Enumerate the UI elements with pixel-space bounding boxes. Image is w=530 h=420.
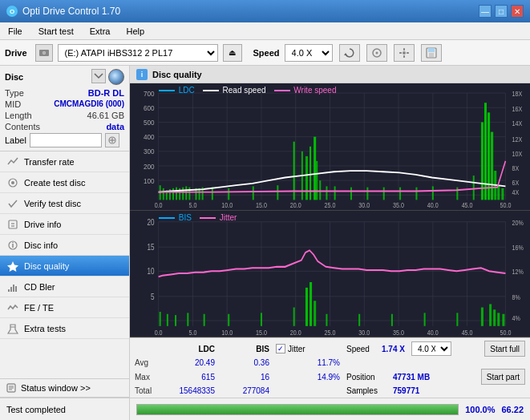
svg-rect-175 — [493, 309, 496, 326]
cd-bler-label: CD Bler — [24, 282, 55, 292]
svg-rect-26 — [8, 289, 10, 292]
disc-panel-title: Disc — [5, 72, 23, 82]
sidebar-item-cd-bler[interactable]: CD Bler — [0, 277, 129, 297]
minimize-button[interactable]: — — [479, 5, 492, 18]
svg-rect-84 — [172, 188, 174, 200]
app-title: Opti Drive Control 1.70 — [22, 6, 120, 17]
svg-text:10X: 10X — [512, 150, 523, 158]
progress-bar-fill — [137, 405, 458, 414]
disc-open-button[interactable] — [91, 69, 106, 83]
menu-file[interactable]: File — [3, 25, 27, 38]
progress-bar-container — [136, 404, 459, 415]
sidebar-item-drive-info[interactable]: Drive info — [0, 214, 129, 235]
svg-text:16X: 16X — [512, 106, 523, 114]
svg-rect-177 — [502, 313, 504, 325]
speed-dropdown-stat[interactable]: 4.0 X — [411, 341, 451, 356]
disc-contents-value: data — [106, 122, 124, 131]
svg-rect-162 — [228, 313, 229, 325]
disc-quality-header: i Disc quality — [130, 66, 530, 83]
sidebar-item-verify-test-disc[interactable]: Verify test disc — [0, 193, 129, 214]
disc-button[interactable] — [366, 44, 387, 62]
menu-bar: File Start test Extra Help — [0, 22, 530, 40]
svg-text:20.0: 20.0 — [290, 201, 301, 209]
svg-text:35.0: 35.0 — [393, 327, 404, 336]
sidebar-item-extra-tests[interactable]: Extra tests — [0, 318, 129, 339]
menu-start-test[interactable]: Start test — [34, 25, 79, 38]
svg-rect-100 — [310, 147, 311, 200]
read-speed-legend: Read speed — [203, 86, 266, 95]
close-button[interactable]: ✕ — [511, 5, 524, 18]
sidebar-item-transfer-rate[interactable]: Transfer rate — [0, 151, 129, 172]
svg-rect-173 — [481, 307, 483, 325]
max-ldc: 615 — [167, 373, 215, 382]
chart1-svg: 700 600 500 400 300 200 100 0.0 5.0 10.0… — [130, 83, 530, 210]
settings-button[interactable] — [394, 44, 415, 62]
svg-rect-101 — [314, 137, 316, 200]
disc-label-button[interactable] — [105, 133, 119, 147]
svg-text:10: 10 — [147, 266, 154, 276]
stats-max-row: Max 615 16 14.9% Position 47731 MB Start… — [135, 369, 525, 385]
jitter-checkbox[interactable]: ✓ — [276, 344, 285, 353]
svg-rect-112 — [456, 188, 458, 200]
status-window-button[interactable]: Status window >> — [0, 378, 129, 398]
menu-extra[interactable]: Extra — [85, 25, 115, 38]
stats-total-row: Total 15648335 277084 Samples 759771 — [135, 386, 525, 395]
svg-text:20: 20 — [147, 216, 154, 226]
stats-area: LDC BIS ✓ Jitter Speed 1.74 X 4.0 X Star… — [130, 337, 530, 398]
eject-button[interactable]: ⏏ — [223, 44, 242, 62]
svg-rect-28 — [13, 285, 14, 292]
svg-text:6X: 6X — [512, 180, 520, 188]
svg-point-24 — [12, 241, 14, 243]
save-button[interactable] — [421, 44, 442, 62]
svg-text:0.0: 0.0 — [155, 327, 163, 336]
nav-items: Transfer rate Create test disc Verify te… — [0, 151, 129, 378]
svg-rect-159 — [175, 315, 176, 326]
refresh-button[interactable] — [339, 44, 360, 62]
verify-icon — [6, 197, 19, 210]
avg-ldc: 20.49 — [167, 358, 215, 367]
start-part-button[interactable]: Start part — [481, 369, 525, 385]
bis-header: BIS — [221, 345, 269, 353]
svg-text:35.0: 35.0 — [393, 201, 404, 209]
disc-info-label: Disc info — [24, 240, 58, 250]
disc-label-input[interactable] — [30, 133, 102, 147]
svg-rect-111 — [432, 186, 434, 200]
sidebar-item-disc-info[interactable]: Disc info — [0, 235, 129, 256]
disc-length-field: Length 46.61 GB — [5, 111, 124, 120]
drive-bar: Drive (E:) ATAPI iHBS312 2 PL17 ⏏ Speed … — [0, 40, 530, 66]
speed-select[interactable]: 4.0 X — [285, 44, 333, 62]
avg-label: Avg — [135, 358, 160, 367]
samples-label: Samples — [346, 386, 386, 395]
svg-rect-8 — [403, 55, 405, 58]
drive-select[interactable]: (E:) ATAPI iHBS312 2 PL17 — [58, 44, 218, 62]
sidebar-item-create-test-disc[interactable]: Create test disc — [0, 172, 129, 193]
svg-rect-109 — [399, 188, 401, 200]
app-icon: O — [6, 6, 18, 17]
menu-help[interactable]: Help — [121, 25, 149, 38]
disc-contents-field: Contents data — [5, 122, 124, 131]
svg-text:15: 15 — [147, 242, 154, 252]
svg-rect-166 — [310, 282, 312, 326]
create-test-disc-icon — [6, 176, 19, 189]
svg-text:700: 700 — [144, 89, 155, 98]
svg-marker-25 — [7, 261, 18, 272]
total-bis: 277084 — [221, 386, 269, 395]
svg-text:400: 400 — [144, 133, 155, 142]
jitter-header-group: ✓ Jitter — [276, 344, 340, 353]
disc-type-field: Type BD-R DL — [5, 88, 124, 98]
start-full-button[interactable]: Start full — [484, 341, 525, 357]
maximize-button[interactable]: □ — [495, 5, 508, 18]
sidebar-item-fe-te[interactable]: FE / TE — [0, 297, 129, 318]
svg-rect-169 — [358, 313, 360, 325]
fe-te-label: FE / TE — [24, 303, 54, 313]
svg-text:50.0: 50.0 — [500, 327, 512, 336]
max-label: Max — [135, 373, 160, 382]
svg-rect-165 — [305, 287, 308, 325]
drive-label: Drive — [5, 48, 27, 58]
svg-text:45.0: 45.0 — [462, 201, 473, 209]
ldc-legend: LDC — [159, 86, 195, 95]
main-layout: Disc Type BD-R DL MID CMCMAGDI6 (000) Le… — [0, 66, 530, 420]
disc-label-row: Label — [5, 133, 124, 147]
sidebar-item-disc-quality[interactable]: Disc quality — [0, 256, 129, 277]
svg-text:0.0: 0.0 — [155, 201, 163, 209]
